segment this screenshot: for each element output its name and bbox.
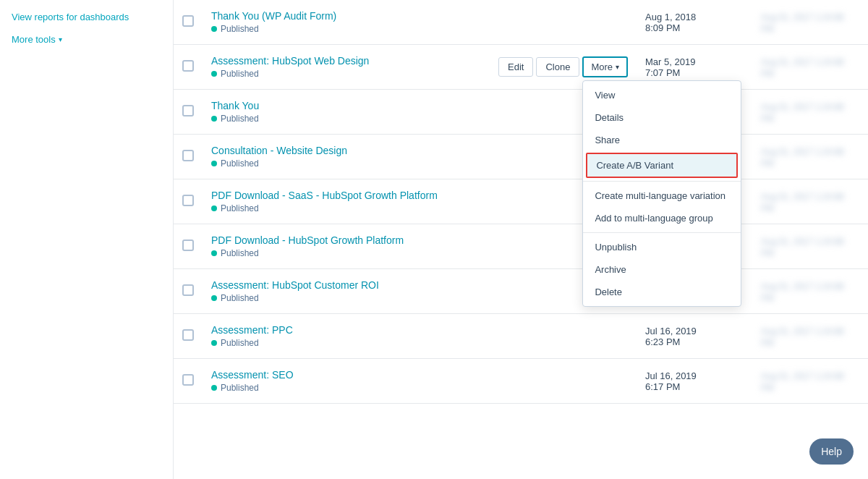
status-badge: Published <box>211 293 481 303</box>
dropdown-delete[interactable]: Delete <box>583 281 741 303</box>
item-name[interactable]: Thank You <box>211 100 481 111</box>
dropdown-add-multi[interactable]: Add to multi-language group <box>583 207 741 229</box>
status-dot-icon <box>211 385 217 391</box>
views-cell: Aug 01, 2017 1:24:88 PM <box>761 102 844 124</box>
item-name[interactable]: Assessment: PPC <box>211 324 481 336</box>
row-checkbox[interactable] <box>182 240 194 251</box>
pages-table: Thank You (WP Audit Form) Published Aug … <box>174 0 868 404</box>
dropdown-divider-2 <box>583 232 741 233</box>
status-text: Published <box>221 248 259 258</box>
row-checkbox[interactable] <box>182 105 194 116</box>
row-checkbox[interactable] <box>182 284 194 296</box>
status-dot-icon <box>211 161 217 166</box>
date-cell: Jul 16, 20196:23 PM <box>645 326 744 347</box>
table-row: PDF Download - HubSpot Growth Platform P… <box>174 224 868 269</box>
table-row: Thank You Published Aug 01, 2017 1:24:88… <box>174 90 868 135</box>
status-badge: Published <box>211 158 481 169</box>
table-row: Assessment: HubSpot Web Design Published… <box>174 45 868 90</box>
item-name[interactable]: Assessment: HubSpot Web Design <box>211 55 481 67</box>
dropdown-share[interactable]: Share <box>583 129 741 151</box>
dropdown-view[interactable]: View <box>583 84 741 106</box>
status-badge: Published <box>211 203 481 213</box>
dropdown-menu: View Details Share Create A/B Variant Cr… <box>582 80 741 307</box>
clone-button[interactable]: Clone <box>536 57 579 77</box>
dropdown-archive[interactable]: Archive <box>583 258 741 281</box>
status-dot-icon <box>211 250 217 256</box>
status-text: Published <box>221 114 259 124</box>
item-name[interactable]: PDF Download - HubSpot Growth Platform <box>211 234 481 246</box>
status-dot-icon <box>211 340 217 346</box>
status-badge: Published <box>211 114 481 124</box>
date-cell: Jul 16, 20196:17 PM <box>645 370 744 392</box>
item-name[interactable]: Thank You (WP Audit Form) <box>211 10 481 22</box>
status-dot-icon <box>211 71 217 77</box>
status-text: Published <box>221 293 259 303</box>
table-row: Assessment: PPC Published Jul 16, 20196:… <box>174 314 868 359</box>
more-chevron-icon: ▾ <box>616 63 619 71</box>
status-badge: Published <box>211 248 481 258</box>
dropdown-create-ab[interactable]: Create A/B Variant <box>586 153 738 178</box>
dropdown-unpublish[interactable]: Unpublish <box>583 236 741 258</box>
status-badge: Published <box>211 338 481 348</box>
sidebar: View reports for dashboards More tools ▾ <box>0 0 174 479</box>
views-cell: Aug 01, 2017 1:24:88 PM <box>761 326 844 348</box>
dropdown-divider <box>583 181 741 182</box>
status-badge: Published <box>211 69 481 79</box>
table-row: Assessment: HubSpot Customer ROI Publish… <box>174 269 868 314</box>
views-cell: Aug 01, 2017 1:24:88 PM <box>761 371 844 393</box>
item-name[interactable]: Assessment: SEO <box>211 369 481 381</box>
status-dot-icon <box>211 26 217 32</box>
status-badge: Published <box>211 24 481 34</box>
table-row: PDF Download - SaaS - HubSpot Growth Pla… <box>174 179 868 224</box>
status-badge: Published <box>211 383 481 393</box>
views-cell: Aug 01, 2017 1:24:88 PM <box>761 237 844 258</box>
item-name[interactable]: Consultation - Website Design <box>211 145 481 156</box>
more-dropdown-container: More ▾ View Details Share Create A/B Var… <box>582 56 628 77</box>
sidebar-more-tools[interactable]: More tools ▾ <box>12 31 161 48</box>
table-row: Assessment: SEO Published Jul 16, 20196:… <box>174 359 868 404</box>
row-checkbox[interactable] <box>182 195 194 206</box>
status-dot-icon <box>211 205 217 211</box>
action-buttons: Edit Clone More ▾ View Details <box>498 56 628 77</box>
sidebar-view-reports[interactable]: View reports for dashboards <box>12 9 161 25</box>
views-cell: Aug 01, 2017 1:24:88 PM <box>761 57 844 79</box>
more-tools-label: More tools <box>12 34 56 45</box>
status-text: Published <box>221 158 259 169</box>
views-cell: Aug 01, 2017 1:24:88 PM <box>761 147 844 169</box>
table-row: Consultation - Website Design Published … <box>174 135 868 179</box>
date-cell: Mar 5, 20197:07 PM <box>645 56 744 78</box>
item-name[interactable]: PDF Download - SaaS - HubSpot Growth Pla… <box>211 190 481 201</box>
views-cell: Aug 01, 2017 1:24:88 PM <box>761 192 844 213</box>
row-checkbox[interactable] <box>182 150 194 161</box>
status-text: Published <box>221 338 259 348</box>
row-checkbox[interactable] <box>182 374 194 386</box>
status-dot-icon <box>211 295 217 301</box>
table-row: Thank You (WP Audit Form) Published Aug … <box>174 0 868 45</box>
date-cell: Aug 1, 20188:09 PM <box>645 12 744 33</box>
more-button-label: More <box>591 62 613 72</box>
more-tools-arrow-icon: ▾ <box>59 35 62 43</box>
status-dot-icon <box>211 116 217 122</box>
status-text: Published <box>221 69 259 79</box>
views-cell: Aug 01, 2017 1:24:88 PM <box>761 12 844 34</box>
row-checkbox[interactable] <box>182 329 194 341</box>
status-text: Published <box>221 383 259 393</box>
status-text: Published <box>221 203 259 213</box>
dropdown-create-multi[interactable]: Create multi-language variation <box>583 185 741 207</box>
row-checkbox[interactable] <box>182 60 194 72</box>
item-name[interactable]: Assessment: HubSpot Customer ROI <box>211 279 481 291</box>
dropdown-details[interactable]: Details <box>583 106 741 129</box>
status-text: Published <box>221 24 259 34</box>
views-cell: Aug 01, 2017 1:24:88 PM <box>761 281 844 303</box>
main-content: Thank You (WP Audit Form) Published Aug … <box>174 0 868 479</box>
row-checkbox[interactable] <box>182 15 194 27</box>
more-button[interactable]: More ▾ <box>582 56 628 77</box>
help-button[interactable]: Help <box>809 438 854 465</box>
edit-button[interactable]: Edit <box>498 57 533 77</box>
